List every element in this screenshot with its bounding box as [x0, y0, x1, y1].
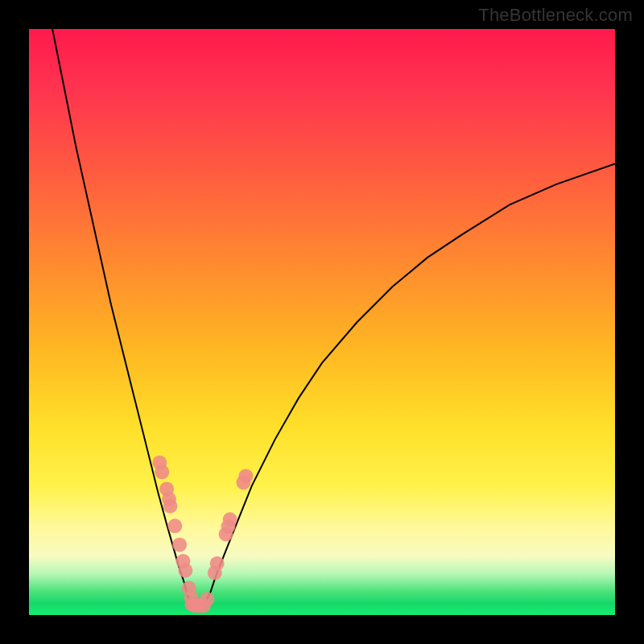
curve-left-curve — [52, 29, 191, 603]
plot-svg — [29, 29, 615, 615]
curve-right-curve — [204, 163, 615, 603]
scatter-dot — [172, 538, 187, 552]
chart-frame: TheBottleneck.com — [0, 0, 644, 644]
scatter-dot — [155, 464, 169, 479]
watermark-text: TheBottleneck.com — [478, 5, 633, 26]
scatter-dot — [163, 499, 177, 514]
scatter-layer — [152, 456, 253, 613]
plot-area — [29, 29, 615, 615]
scatter-dot — [223, 512, 237, 526]
scatter-dot — [238, 469, 253, 483]
scatter-dot — [200, 592, 214, 606]
scatter-dot — [167, 518, 182, 533]
scatter-dot — [210, 556, 225, 571]
scatter-dot — [178, 564, 192, 578]
curves-layer — [52, 29, 615, 607]
